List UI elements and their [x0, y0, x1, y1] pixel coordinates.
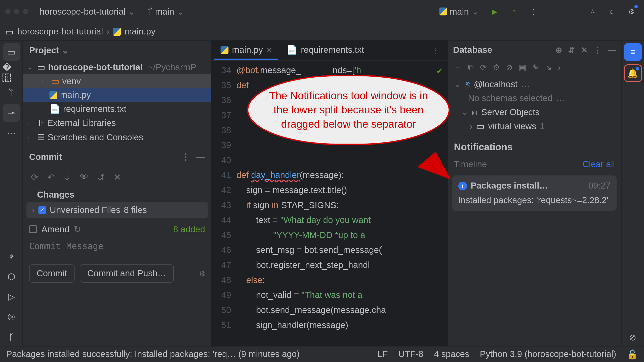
- database-toolbar: ＋ ⧉ ⟳ ⚙ ⊘ ▦ ✎ ↘ ›: [448, 60, 621, 75]
- minimize-icon[interactable]: —: [608, 45, 616, 55]
- tab-requirements-txt[interactable]: 📄requirements.txt: [280, 41, 370, 60]
- refresh-icon[interactable]: ⟳: [31, 172, 38, 183]
- chevron-down-icon: ⌄: [62, 45, 69, 56]
- minimize-icon[interactable]: —: [196, 152, 205, 162]
- close-icon[interactable]: ✕: [581, 45, 587, 55]
- options-icon[interactable]: ⋮: [181, 152, 190, 162]
- left-panel: Project⌄ ⌄▭ horoscope-bot-tutorial~/Pych…: [23, 40, 212, 346]
- inspection-ok-icon[interactable]: ✔: [436, 63, 443, 78]
- terminal-tool-button[interactable]: ⧁: [3, 308, 20, 326]
- code-with-me-icon[interactable]: ⛬: [585, 4, 600, 19]
- commit-and-push-button[interactable]: Commit and Push…: [80, 264, 174, 283]
- search-icon[interactable]: ⌕: [604, 4, 619, 19]
- editor-tabs: main.py✕ 📄requirements.txt ⋮: [212, 40, 447, 61]
- commit-message-input[interactable]: Commit Message: [23, 241, 211, 251]
- run-config-selector[interactable]: main ⌄: [436, 5, 482, 19]
- notification-body: Installed packages: 'requests~=2.28.2': [458, 195, 611, 205]
- add-icon[interactable]: ＋: [454, 62, 462, 73]
- git-tool-button[interactable]: ᚴ: [3, 328, 20, 346]
- debug-button[interactable]: ⌖: [506, 4, 521, 19]
- text-file-icon: 📄: [49, 104, 60, 114]
- more-actions-button[interactable]: ⋮: [526, 4, 541, 19]
- notification-item[interactable]: i Packages install… 09:27 Installed pack…: [452, 175, 617, 211]
- scratch-icon: ☰: [37, 132, 45, 142]
- project-panel-header[interactable]: Project⌄: [23, 40, 211, 60]
- problems-tool-button[interactable]: ⊘: [624, 328, 641, 346]
- notifications-tool-button[interactable]: 🔔: [624, 64, 641, 82]
- edit-icon[interactable]: ✎: [532, 63, 539, 72]
- settings-icon[interactable]: ⚙: [624, 4, 639, 19]
- history-icon[interactable]: ↻: [74, 224, 81, 235]
- encoding[interactable]: UTF-8: [398, 349, 423, 359]
- clear-all-button[interactable]: Clear all: [583, 159, 615, 169]
- unversioned-files-row[interactable]: › ✓ Unversioned Files 8 files: [26, 202, 208, 218]
- folder-icon: ▭: [51, 76, 59, 86]
- tab-more-icon[interactable]: ⋮: [427, 46, 445, 55]
- titlebar: horoscope-bot-tutorial ⌄ ᛘ main ⌄ main ⌄…: [0, 0, 644, 23]
- window-controls[interactable]: [5, 9, 28, 14]
- project-tree[interactable]: ⌄▭ horoscope-bot-tutorial~/PycharmP ›▭ v…: [23, 60, 211, 144]
- python-icon: [113, 28, 121, 36]
- library-icon: ⊪: [37, 118, 45, 128]
- server-icon: ⧈: [472, 107, 478, 117]
- close-icon[interactable]: ✕: [266, 46, 272, 54]
- amend-checkbox[interactable]: [29, 225, 37, 233]
- indent[interactable]: 4 spaces: [434, 349, 469, 359]
- more-tool-button[interactable]: ⋯: [3, 124, 20, 142]
- checkbox-checked-icon[interactable]: ✓: [38, 206, 46, 214]
- database-panel-header: Database ⊕ ⇵ ✕ ⋮ —: [448, 40, 621, 59]
- amend-label: Amend: [42, 224, 69, 234]
- commit-settings-icon[interactable]: ⚙: [199, 269, 205, 278]
- right-panel: Database ⊕ ⇵ ✕ ⋮ — ＋ ⧉ ⟳ ⚙ ⊘ ▦ ✎ ↘ ›: [447, 40, 621, 346]
- tab-main-py[interactable]: main.py✕: [214, 41, 278, 60]
- run-button[interactable]: ▶: [487, 4, 502, 19]
- branch-icon: ᛘ: [147, 6, 152, 16]
- debug-tool-button[interactable]: ⌖: [3, 247, 20, 265]
- commit-button[interactable]: Commit: [29, 264, 74, 283]
- breadcrumb-file[interactable]: main.py: [125, 26, 155, 36]
- timeline-label: Timeline: [454, 159, 487, 169]
- datasource-icon: ⎋: [465, 79, 470, 89]
- options-icon[interactable]: ⋮: [594, 45, 602, 55]
- table-icon[interactable]: ▦: [519, 63, 526, 72]
- refresh-icon[interactable]: ⟳: [480, 63, 487, 72]
- lock-icon[interactable]: 🔓: [627, 349, 638, 359]
- notifications-panel-header: Notifications: [448, 135, 621, 157]
- database-tool-button[interactable]: ≡: [624, 43, 641, 61]
- interpreter[interactable]: Python 3.9 (horoscope-bot-tutorial): [480, 349, 616, 359]
- duplicate-icon[interactable]: ⧉: [468, 63, 474, 72]
- rollback-icon[interactable]: ↶: [47, 172, 55, 183]
- expand-icon[interactable]: ⇵: [98, 172, 105, 183]
- structure-tool-button[interactable]: �⿲: [3, 63, 20, 81]
- more-icon[interactable]: ›: [558, 63, 561, 72]
- diff-icon[interactable]: ⇣: [63, 172, 71, 183]
- folder-icon: ▭: [37, 62, 45, 72]
- breadcrumb-root[interactable]: horoscope-bot-tutorial: [17, 26, 103, 36]
- group-icon[interactable]: ✕: [114, 172, 121, 183]
- line-ending[interactable]: LF: [378, 349, 388, 359]
- info-icon: i: [458, 182, 467, 190]
- status-message[interactable]: Packages installed successfully: Install…: [6, 349, 300, 359]
- services-tool-button[interactable]: ⬡: [3, 267, 20, 285]
- changes-label: Changes: [23, 187, 211, 202]
- folder-icon: ▭: [5, 26, 14, 37]
- jump-icon[interactable]: ↘: [545, 63, 552, 72]
- python-icon: [49, 91, 57, 99]
- target-icon[interactable]: ⊕: [555, 45, 562, 55]
- settings-icon[interactable]: ⚙: [493, 63, 500, 72]
- project-selector[interactable]: horoscope-bot-tutorial ⌄: [36, 5, 139, 19]
- run-tool-button[interactable]: ▷: [3, 288, 20, 305]
- notification-title: Packages install…: [471, 181, 548, 191]
- commit-toolbar: ⟳ ↶ ⇣ 👁 ⇵ ✕: [23, 167, 211, 187]
- commit-tool-button[interactable]: ⊸: [3, 104, 20, 122]
- database-tree[interactable]: ⌄ ⎋ @localhost … No schemas selected … ⌄…: [448, 75, 621, 135]
- branch-selector[interactable]: ᛘ main ⌄: [144, 5, 188, 19]
- folder-icon: ▭: [476, 121, 485, 131]
- vcs-tool-button[interactable]: ᛘ: [3, 84, 20, 101]
- commit-panel-header: Commit ⋮—: [23, 146, 211, 167]
- project-tool-button[interactable]: ▭: [3, 43, 20, 61]
- stop-icon[interactable]: ⊘: [506, 63, 512, 72]
- show-icon[interactable]: 👁: [80, 172, 89, 183]
- collapse-icon[interactable]: ⇵: [568, 45, 575, 55]
- left-tool-strip: ▭ �⿲ ᛘ ⊸ ⋯ ⌖ ⬡ ▷ ⧁ ᚴ: [0, 40, 23, 346]
